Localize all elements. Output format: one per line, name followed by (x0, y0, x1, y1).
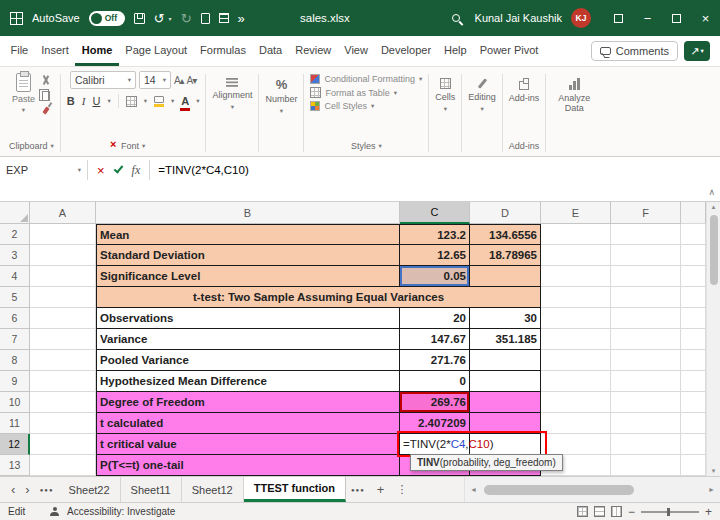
cells-button[interactable]: Cells ▾ (435, 71, 455, 113)
row-header-12[interactable]: 12 (0, 434, 30, 455)
new-sheet-button[interactable]: + (370, 477, 392, 502)
avatar[interactable]: KJ (571, 8, 591, 28)
cell-B5[interactable]: t-test: Two Sample Assuming Equal Varian… (96, 287, 541, 308)
row-header-11[interactable]: 11 (0, 413, 30, 434)
cell-styles-button[interactable]: Cell Styles▾ (310, 101, 422, 111)
font-color-icon[interactable]: A (181, 96, 189, 107)
cell-E7[interactable] (541, 329, 611, 350)
tab-home[interactable]: Home (75, 36, 119, 66)
cell-F4[interactable] (611, 266, 681, 287)
minimize-icon[interactable]: − (633, 0, 662, 36)
format-as-table-button[interactable]: Format as Table▾ (310, 87, 422, 98)
cell-E9[interactable] (541, 371, 611, 392)
bold-button[interactable]: B (67, 95, 75, 107)
cell-B10[interactable]: Degree of Freedom (96, 392, 400, 413)
borders-dropdown-icon[interactable]: ▾ (144, 97, 147, 105)
close-icon[interactable]: × (691, 0, 720, 36)
cell-B8[interactable]: Pooled Variance (96, 350, 400, 371)
row-header-3[interactable]: 3 (0, 245, 30, 266)
cut-icon[interactable] (41, 75, 51, 85)
font-size-select[interactable]: 14▾ (139, 71, 171, 89)
row-header-13[interactable]: 13 (0, 455, 30, 476)
cell-E3[interactable] (541, 245, 611, 266)
column-header-B[interactable]: B (96, 202, 400, 224)
cell-E12[interactable] (541, 434, 611, 455)
addins-button[interactable]: Add-ins (509, 71, 540, 103)
sheet-list-icon[interactable]: ●●● (35, 477, 59, 502)
cell-A12[interactable] (30, 434, 96, 455)
cell-F2[interactable] (611, 224, 681, 245)
accessibility-status[interactable]: Accessibility: Investigate (67, 506, 175, 517)
tab-data[interactable]: Data (252, 36, 288, 66)
comments-button[interactable]: Comments (591, 41, 678, 61)
qat-overflow-icon[interactable]: » (238, 12, 245, 25)
redo-icon[interactable]: ↻ (181, 12, 192, 25)
cell-C4[interactable]: 0.05 (400, 266, 470, 287)
cell-E11[interactable] (541, 413, 611, 434)
sheet-tab-sheet22[interactable]: Sheet22 (59, 477, 121, 502)
insert-function-icon[interactable]: fx (132, 163, 141, 178)
cell-C7[interactable]: 147.67 (400, 329, 470, 350)
horizontal-scrollbar[interactable]: ◄ ► (464, 477, 720, 502)
sheet-options-icon[interactable]: ⋮ (391, 477, 412, 502)
horizontal-scroll-track[interactable] (480, 481, 705, 499)
tab-view[interactable]: View (338, 36, 375, 66)
scroll-left-icon[interactable]: ◄ (467, 486, 480, 493)
sheet-more-icon[interactable]: ●●● (346, 477, 370, 502)
normal-view-icon[interactable] (577, 506, 588, 517)
font-name-select[interactable]: Calibri▾ (70, 71, 136, 89)
cell-F6[interactable] (611, 308, 681, 329)
row-header-4[interactable]: 4 (0, 266, 30, 287)
cell-C6[interactable]: 20 (400, 308, 470, 329)
cell-D8[interactable] (470, 350, 541, 371)
tab-formulas[interactable]: Formulas (194, 36, 253, 66)
zoom-out-icon[interactable]: − (628, 506, 635, 518)
cell-E2[interactable] (541, 224, 611, 245)
cell-B13[interactable]: P(T<=t) one-tail (96, 455, 400, 476)
cell-B6[interactable]: Observations (96, 308, 400, 329)
cell-D3[interactable]: 18.78965 (470, 245, 541, 266)
cell-B2[interactable]: Mean (96, 224, 400, 245)
row-header-5[interactable]: 5 (0, 287, 30, 308)
cell-A8[interactable] (30, 350, 96, 371)
cell-D7[interactable]: 351.185 (470, 329, 541, 350)
row-header-6[interactable]: 6 (0, 308, 30, 329)
tab-developer[interactable]: Developer (374, 36, 437, 66)
analyze-data-button[interactable]: Analyze Data (552, 71, 596, 114)
cell-D9[interactable] (470, 371, 541, 392)
quick-access-document-icon[interactable] (201, 13, 210, 24)
select-all-corner[interactable] (0, 202, 30, 224)
cell-A11[interactable] (30, 413, 96, 434)
cell-B9[interactable]: Hypothesized Mean Difference (96, 371, 400, 392)
cell-F12[interactable] (611, 434, 681, 455)
cancel-icon[interactable]: × (97, 164, 105, 177)
scroll-down-icon[interactable]: ▾ (712, 466, 716, 476)
sheet-nav-right-icon[interactable]: › (20, 477, 34, 502)
cell-A5[interactable] (30, 287, 96, 308)
italic-button[interactable]: I (82, 95, 86, 107)
page-break-view-icon[interactable] (611, 506, 622, 517)
fill-dropdown-icon[interactable]: ▾ (171, 97, 174, 105)
name-box[interactable]: EXP▾ (0, 160, 88, 180)
tab-help[interactable]: Help (438, 36, 474, 66)
tab-review[interactable]: Review (289, 36, 338, 66)
alignment-button[interactable]: Alignment ▾ (212, 71, 252, 111)
cell-C9[interactable]: 0 (400, 371, 470, 392)
vertical-scrollbar[interactable]: ▴ ▾ (706, 202, 720, 476)
cell-A9[interactable] (30, 371, 96, 392)
cell-F3[interactable] (611, 245, 681, 266)
tab-power-pivot[interactable]: Power Pivot (473, 36, 545, 66)
quick-access-table-icon[interactable] (219, 13, 229, 23)
cell-F11[interactable] (611, 413, 681, 434)
column-header-C[interactable]: C (400, 202, 470, 224)
copy-icon[interactable] (42, 91, 50, 101)
paste-button[interactable]: Paste ▾ (12, 71, 35, 114)
page-layout-view-icon[interactable] (594, 506, 605, 517)
row-header-2[interactable]: 2 (0, 224, 30, 245)
column-header-F[interactable]: F (611, 202, 681, 224)
row-header-8[interactable]: 8 (0, 350, 30, 371)
cell-B12[interactable]: t critical value (96, 434, 400, 455)
user-name[interactable]: Kunal Jai Kaushik (475, 12, 562, 24)
cell-F8[interactable] (611, 350, 681, 371)
cell-F9[interactable] (611, 371, 681, 392)
